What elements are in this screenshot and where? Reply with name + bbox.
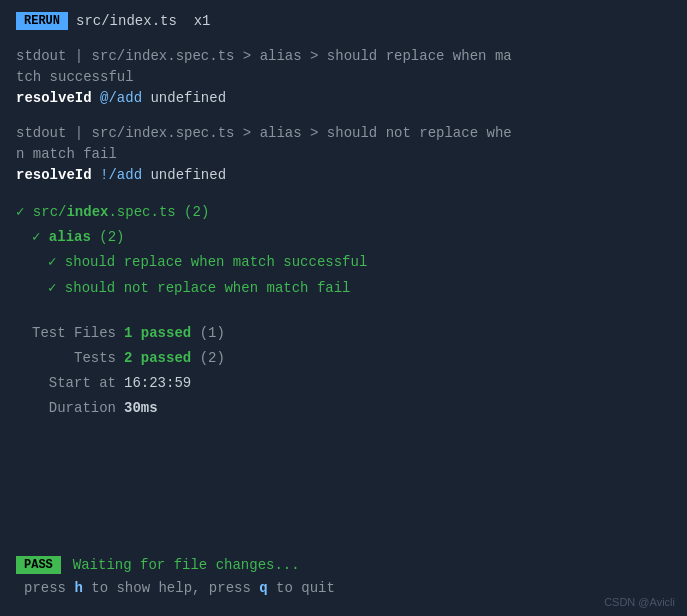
checkmark-file: ✓: [16, 204, 24, 220]
resolve-id-label-2: resolveId: [16, 167, 92, 183]
h-key: h: [74, 580, 82, 596]
result-file: ✓ src/index.spec.ts (2): [16, 200, 671, 225]
stat-count-files: (1): [200, 325, 225, 341]
rerun-path: src/index.ts x1: [76, 13, 210, 29]
stat-row-duration: Duration 30ms: [16, 396, 671, 421]
result-test-1: ✓ should replace when match successful: [48, 250, 671, 275]
watermark: CSDN @Avicli: [604, 596, 675, 608]
pass-bar: PASS Waiting for file changes...: [16, 556, 671, 574]
waiting-text: Waiting for file changes...: [73, 557, 300, 573]
rerun-badge: RERUN: [16, 12, 68, 30]
resolve-line-2: resolveId !/add undefined: [16, 165, 671, 186]
stat-label-start: Start at: [16, 371, 116, 396]
resolve-path-1: @/add: [100, 90, 142, 106]
stdout-block-1: stdout | src/index.spec.ts > alias > sho…: [16, 46, 671, 109]
resolve-path-2: !/add: [100, 167, 142, 183]
stat-passed-tests: 2 passed: [124, 350, 191, 366]
result-test-2: ✓ should not replace when match fail: [48, 276, 671, 301]
stat-value-tests: 2 passed (2): [124, 346, 225, 371]
stat-value-start: 16:23:59: [124, 371, 191, 396]
stat-label-tests: Tests: [16, 346, 116, 371]
pass-badge: PASS: [16, 556, 61, 574]
stat-row-test-files: Test Files 1 passed (1): [16, 321, 671, 346]
results-section: ✓ src/index.spec.ts (2) ✓ alias (2) ✓ sh…: [16, 200, 671, 301]
press-help-line: press h to show help, press q to quit: [24, 580, 671, 596]
stat-row-start: Start at 16:23:59: [16, 371, 671, 396]
stdout-line-2: stdout | src/index.spec.ts > alias > sho…: [16, 123, 671, 165]
stats-section: Test Files 1 passed (1) Tests 2 passed (…: [16, 321, 671, 422]
stat-row-tests: Tests 2 passed (2): [16, 346, 671, 371]
stdout-block-2: stdout | src/index.spec.ts > alias > sho…: [16, 123, 671, 186]
stat-value-duration: 30ms: [124, 396, 158, 421]
checkmark-suite: ✓: [32, 229, 40, 245]
checkmark-test-1: ✓: [48, 254, 56, 270]
result-suite: ✓ alias (2): [32, 225, 671, 250]
terminal: RERUN src/index.ts x1 stdout | src/index…: [0, 0, 687, 616]
resolve-line-1: resolveId @/add undefined: [16, 88, 671, 109]
rerun-bar: RERUN src/index.ts x1: [16, 12, 671, 30]
resolve-id-label-1: resolveId: [16, 90, 92, 106]
stat-label-duration: Duration: [16, 396, 116, 421]
stat-value-test-files: 1 passed (1): [124, 321, 225, 346]
stat-label-test-files: Test Files: [16, 321, 116, 346]
checkmark-test-2: ✓: [48, 280, 56, 296]
footer-section: PASS Waiting for file changes... press h…: [16, 556, 671, 596]
stat-passed-files: 1 passed: [124, 325, 191, 341]
stdout-line-1: stdout | src/index.spec.ts > alias > sho…: [16, 46, 671, 88]
stat-count-tests: (2): [200, 350, 225, 366]
q-key: q: [259, 580, 267, 596]
